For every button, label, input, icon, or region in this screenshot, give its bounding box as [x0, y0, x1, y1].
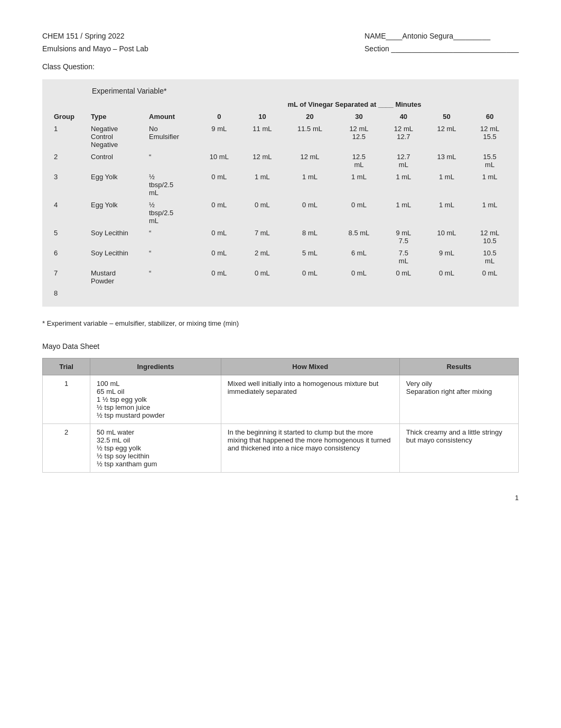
- col-0: 0: [198, 110, 241, 123]
- experiment-table: mL of Vinegar Separated at ____ Minutes …: [50, 98, 511, 299]
- mayo-col-trial: Trial: [43, 358, 90, 375]
- val-5-30: 8.5 mL: [336, 227, 382, 247]
- mayo-table: Trial Ingredients How Mixed Results 1 10…: [42, 358, 519, 473]
- val-8-empty: [198, 287, 511, 299]
- val-5-60: 12 mL10.5: [468, 227, 511, 247]
- val-2-50: 13 mL: [425, 151, 469, 171]
- val-2-40: 12.7mL: [382, 151, 425, 171]
- val-6-30: 6 mL: [336, 247, 382, 267]
- val-4-30: 0 mL: [336, 199, 382, 227]
- val-1-20: 11.5 mL: [284, 123, 336, 151]
- minutes-header-row: mL of Vinegar Separated at ____ Minutes: [50, 98, 511, 110]
- amount-5: “: [145, 227, 198, 247]
- col-50: 50: [425, 110, 469, 123]
- amount-3: ½tbsp/2.5mL: [145, 171, 198, 199]
- val-7-0: 0 mL: [198, 267, 241, 287]
- val-3-50: 1 mL: [425, 171, 469, 199]
- type-1: NegativeControlNegative: [87, 123, 145, 151]
- course-title: CHEM 151 / Spring 2022: [42, 32, 148, 40]
- group-3: 3: [50, 171, 87, 199]
- val-7-50: 0 mL: [425, 267, 469, 287]
- page-number: 1: [42, 494, 519, 502]
- val-1-40: 12 mL12.7: [382, 123, 425, 151]
- group-1: 1: [50, 123, 87, 151]
- amount-2: “: [145, 151, 198, 171]
- exp-row-4: 4 Egg Yolk ½tbsp/2.5mL 0 mL 0 mL 0 mL 0 …: [50, 199, 511, 227]
- type-7: MustardPowder: [87, 267, 145, 287]
- type-2: Control: [87, 151, 145, 171]
- col-group: Group: [50, 110, 87, 123]
- mayo-label: Mayo Data Sheet: [42, 342, 519, 351]
- type-6: Soy Lecithin: [87, 247, 145, 267]
- header: CHEM 151 / Spring 2022 Emulsions and May…: [42, 32, 519, 53]
- amount-6: “: [145, 247, 198, 267]
- type-4: Egg Yolk: [87, 199, 145, 227]
- val-4-40: 1 mL: [382, 199, 425, 227]
- col-10: 10: [241, 110, 284, 123]
- val-6-40: 7.5mL: [382, 247, 425, 267]
- group-6: 6: [50, 247, 87, 267]
- val-1-10: 11 mL: [241, 123, 284, 151]
- val-4-10: 0 mL: [241, 199, 284, 227]
- val-4-50: 1 mL: [425, 199, 469, 227]
- val-5-20: 8 mL: [284, 227, 336, 247]
- val-6-10: 2 mL: [241, 247, 284, 267]
- col-40: 40: [382, 110, 425, 123]
- col-amount: Amount: [145, 110, 198, 123]
- val-2-30: 12.5mL: [336, 151, 382, 171]
- column-header-row: Group Type Amount 0 10 20 30 40 50 60: [50, 110, 511, 123]
- type-8: [87, 287, 145, 299]
- val-6-50: 9 mL: [425, 247, 469, 267]
- minutes-header: mL of Vinegar Separated at ____ Minutes: [198, 98, 511, 110]
- footnote: * Experiment variable – emulsifier, stab…: [42, 319, 519, 327]
- val-2-0: 10 mL: [198, 151, 241, 171]
- val-3-20: 1 mL: [284, 171, 336, 199]
- mayo-col-ingredients: Ingredients: [90, 358, 221, 375]
- val-4-60: 1 mL: [468, 199, 511, 227]
- exp-row-7: 7 MustardPowder “ 0 mL 0 mL 0 mL 0 mL 0 …: [50, 267, 511, 287]
- group-4: 4: [50, 199, 87, 227]
- val-2-60: 15.5mL: [468, 151, 511, 171]
- col-20: 20: [284, 110, 336, 123]
- minutes-header-spacer: [50, 98, 198, 110]
- col-30: 30: [336, 110, 382, 123]
- mayo-how-mixed-1: Mixed well initially into a homogenous m…: [221, 375, 399, 424]
- mayo-trial-1: 1: [43, 375, 90, 424]
- mayo-row-2: 2 50 mL water32.5 mL oil½ tsp egg yolk½ …: [43, 424, 519, 473]
- lab-title: Emulsions and Mayo – Post Lab: [42, 44, 148, 53]
- mayo-trial-2: 2: [43, 424, 90, 473]
- val-3-30: 1 mL: [336, 171, 382, 199]
- header-right: NAME____Antonio Segura_________ Section …: [364, 32, 519, 53]
- group-5: 5: [50, 227, 87, 247]
- amount-4: ½tbsp/2.5mL: [145, 199, 198, 227]
- val-4-20: 0 mL: [284, 199, 336, 227]
- val-4-0: 0 mL: [198, 199, 241, 227]
- exp-row-6: 6 Soy Lecithin “ 0 mL 2 mL 5 mL 6 mL 7.5…: [50, 247, 511, 267]
- group-7: 7: [50, 267, 87, 287]
- exp-row-5: 5 Soy Lecithin “ 0 mL 7 mL 8 mL 8.5 mL 9…: [50, 227, 511, 247]
- val-6-0: 0 mL: [198, 247, 241, 267]
- type-5: Soy Lecithin: [87, 227, 145, 247]
- val-1-60: 12 mL15.5: [468, 123, 511, 151]
- amount-1: NoEmulsifier: [145, 123, 198, 151]
- val-1-30: 12 mL12.5: [336, 123, 382, 151]
- col-type: Type: [87, 110, 145, 123]
- mayo-how-mixed-2: In the beginning it started to clump but…: [221, 424, 399, 473]
- val-1-50: 12 mL: [425, 123, 469, 151]
- val-2-10: 12 mL: [241, 151, 284, 171]
- name-line: NAME____Antonio Segura_________: [364, 32, 519, 40]
- mayo-ingredients-2: 50 mL water32.5 mL oil½ tsp egg yolk½ ts…: [90, 424, 221, 473]
- mayo-ingredients-1: 100 mL65 mL oil1 ½ tsp egg yolk½ tsp lem…: [90, 375, 221, 424]
- val-7-10: 0 mL: [241, 267, 284, 287]
- mayo-col-results: Results: [399, 358, 518, 375]
- group-8: 8: [50, 287, 87, 299]
- col-60: 60: [468, 110, 511, 123]
- mayo-row-1: 1 100 mL65 mL oil1 ½ tsp egg yolk½ tsp l…: [43, 375, 519, 424]
- amount-8: [145, 287, 198, 299]
- mayo-results-1: Very oilySeparation right after mixing: [399, 375, 518, 424]
- exp-row-3: 3 Egg Yolk ½tbsp/2.5mL 0 mL 1 mL 1 mL 1 …: [50, 171, 511, 199]
- val-2-20: 12 mL: [284, 151, 336, 171]
- exp-table-label: Experimental Variable*: [50, 87, 511, 95]
- experiment-table-wrap: Experimental Variable* mL of Vinegar Sep…: [42, 79, 519, 307]
- amount-7: “: [145, 267, 198, 287]
